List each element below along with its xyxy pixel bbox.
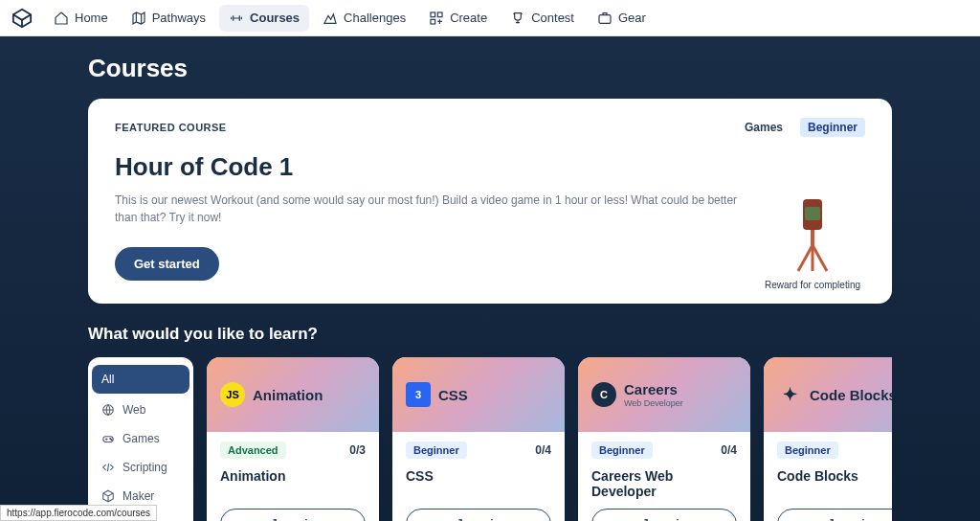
mountain-icon — [323, 11, 338, 26]
progress-text: 0/4 — [535, 443, 551, 457]
category-sidebar: All Web Games Scripting Maker Robotics G… — [88, 357, 193, 521]
card-title: Animation — [220, 468, 366, 484]
reward-box: Reward for completing — [760, 190, 865, 290]
card-head-title: Code Blocks — [810, 387, 892, 403]
page-title: Courses — [88, 54, 892, 83]
card-title: CSS — [406, 468, 551, 484]
reward-image — [779, 190, 846, 276]
card-title: Code Blocks — [777, 468, 892, 484]
featured-title: Hour of Code 1 — [115, 152, 865, 182]
top-nav: Home Pathways Courses Challenges Create … — [0, 0, 980, 36]
featured-tags: Games Beginner — [737, 118, 865, 137]
logo-icon — [11, 8, 33, 29]
card-head-title: CSS — [438, 387, 468, 403]
nav-home[interactable]: Home — [44, 5, 118, 32]
code-icon — [101, 461, 115, 474]
svg-rect-0 — [431, 12, 435, 17]
nav-gear[interactable]: Gear — [588, 5, 656, 32]
js-icon: JS — [220, 382, 245, 407]
svg-rect-2 — [431, 19, 435, 24]
briefcase-icon — [597, 11, 612, 26]
main-content: Courses FEATURED COURSE Games Beginner H… — [0, 36, 980, 521]
grid-plus-icon — [429, 11, 444, 26]
sidebar-item-scripting[interactable]: Scripting — [88, 453, 193, 482]
tag-games: Games — [737, 118, 791, 137]
section-heading: What would you like to learn? — [88, 325, 892, 344]
level-badge: Beginner — [406, 442, 467, 459]
course-card-css[interactable]: 3CSS Beginner0/4 CSS Jump in — [392, 357, 565, 521]
jump-in-button[interactable]: Jump in — [406, 509, 551, 521]
course-card-careers[interactable]: CCareersWeb Developer Beginner0/4 Career… — [578, 357, 750, 521]
card-title: Careers Web Developer — [591, 468, 737, 499]
svg-rect-5 — [805, 207, 820, 220]
card-head-title: Animation — [253, 387, 323, 403]
nav-challenges[interactable]: Challenges — [313, 5, 415, 32]
puzzle-icon: ✦ — [777, 382, 802, 407]
gamepad-icon — [101, 432, 115, 445]
css-icon: 3 — [406, 382, 431, 407]
status-url: https://app.fierocode.com/courses — [0, 505, 157, 521]
svg-point-9 — [111, 440, 112, 441]
jump-in-button[interactable]: Jump in — [220, 509, 366, 521]
sidebar-item-games[interactable]: Games — [88, 424, 193, 453]
featured-course-card: FEATURED COURSE Games Beginner Hour of C… — [88, 99, 892, 304]
jump-in-button[interactable]: Jump in — [591, 509, 737, 521]
tag-beginner: Beginner — [800, 118, 865, 137]
course-cards: JSAnimation Advanced0/3 Animation Jump i… — [207, 357, 892, 521]
card-head-subtitle: Web Developer — [624, 398, 683, 408]
nav-pathways[interactable]: Pathways — [122, 5, 215, 32]
level-badge: Beginner — [777, 442, 838, 459]
map-icon — [131, 11, 146, 26]
nav-courses[interactable]: Courses — [219, 5, 309, 32]
svg-rect-3 — [599, 14, 611, 23]
level-badge: Beginner — [591, 442, 653, 459]
trophy-icon — [510, 11, 525, 26]
get-started-button[interactable]: Get started — [115, 247, 219, 281]
sidebar-item-all[interactable]: All — [92, 365, 189, 394]
nav-create[interactable]: Create — [419, 5, 497, 32]
globe-icon — [101, 403, 115, 417]
nav-contest[interactable]: Contest — [501, 5, 584, 32]
jump-in-button[interactable]: Jump in — [777, 509, 892, 521]
progress-text: 0/4 — [721, 443, 737, 457]
featured-description: This is our newest Workout (and some wou… — [115, 192, 746, 226]
level-badge: Advanced — [220, 442, 286, 459]
home-icon — [54, 11, 69, 26]
dumbbell-icon — [229, 11, 244, 26]
reward-label: Reward for completing — [760, 280, 865, 290]
sidebar-item-web[interactable]: Web — [88, 396, 193, 424]
careers-icon: C — [591, 382, 616, 407]
svg-rect-1 — [437, 12, 442, 17]
course-card-codeblocks[interactable]: ✦Code Blocks Beginner Code Blocks Jump i… — [764, 357, 892, 521]
course-card-animation[interactable]: JSAnimation Advanced0/3 Animation Jump i… — [207, 357, 379, 521]
box-icon — [101, 489, 115, 503]
progress-text: 0/3 — [349, 443, 366, 457]
card-head-title: Careers — [624, 381, 683, 397]
